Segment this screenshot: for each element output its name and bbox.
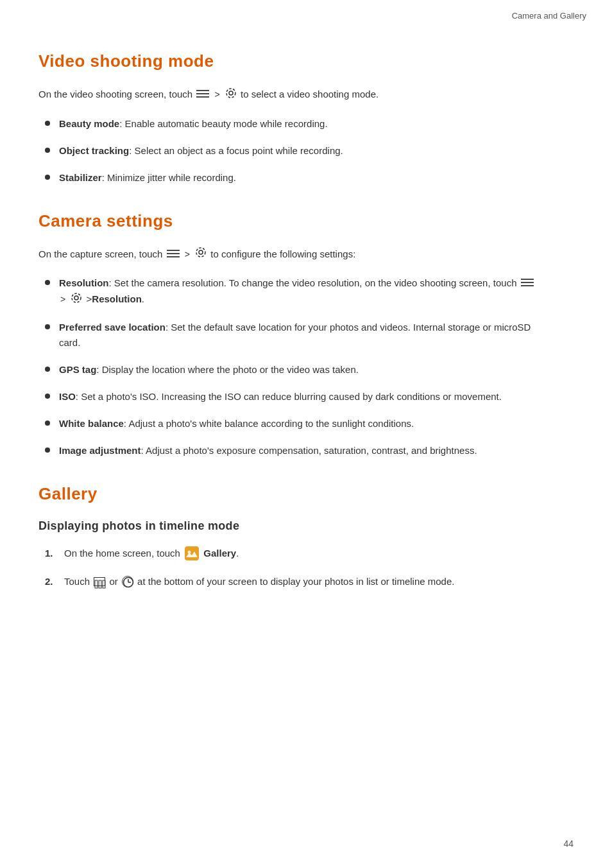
svg-rect-15 <box>185 546 199 560</box>
svg-point-4 <box>226 89 235 98</box>
bullet-dot <box>45 148 50 153</box>
menu-icon-3 <box>521 276 534 291</box>
svg-point-9 <box>196 248 205 257</box>
video-shooting-title: Video shooting mode <box>38 51 539 71</box>
bullet-beauty-mode: Beauty mode: Enable automatic beauty mod… <box>45 116 539 132</box>
term-white-balance: White balance <box>59 418 124 429</box>
menu-icon <box>196 87 209 103</box>
arrow-icon-2: > <box>185 247 190 261</box>
step-2: 2. Touch or <box>45 574 539 589</box>
bullet-dot <box>45 324 50 329</box>
svg-rect-18 <box>99 580 101 588</box>
video-shooting-bullets: Beauty mode: Enable automatic beauty mod… <box>45 116 539 186</box>
term-beauty-mode: Beauty mode <box>59 118 119 129</box>
video-shooting-section: Video shooting mode On the video shootin… <box>38 51 539 186</box>
camera-settings-title: Camera settings <box>38 211 539 231</box>
chapter-header: Camera and Gallery <box>512 11 586 21</box>
svg-point-3 <box>229 91 233 95</box>
bullet-dot <box>45 280 50 285</box>
video-shooting-intro: On the video shooting screen, touch > to… <box>38 87 539 103</box>
bullet-dot <box>45 121 50 126</box>
bullet-gps-tag: GPS tag: Display the location where the … <box>45 362 539 378</box>
bullet-preferred-save: Preferred save location: Set the default… <box>45 320 539 351</box>
timeline-view-icon <box>122 576 133 587</box>
bullet-dot <box>45 394 50 399</box>
term-iso: ISO <box>59 391 76 402</box>
bullet-object-tracking: Object tracking: Select an object as a f… <box>45 143 539 159</box>
svg-point-13 <box>74 296 78 300</box>
svg-point-14 <box>72 293 81 302</box>
settings-icon <box>225 87 237 103</box>
bullet-dot <box>45 447 50 453</box>
gallery-app-icon <box>185 546 199 560</box>
bullet-stabilizer: Stabilizer: Minimize jitter while record… <box>45 170 539 186</box>
step-2-number: 2. <box>45 574 58 589</box>
svg-rect-17 <box>95 580 98 588</box>
list-view-icon <box>94 577 105 586</box>
term-resolution: Resolution <box>59 277 109 288</box>
arrow-icon: > <box>215 87 220 101</box>
bullet-image-adjustment: Image adjustment: Adjust a photo's expos… <box>45 443 539 458</box>
step-1-number: 1. <box>45 546 58 561</box>
page-number: 44 <box>563 838 574 849</box>
settings-icon-3 <box>71 292 82 308</box>
camera-settings-intro: On the capture screen, touch > to config… <box>38 247 539 263</box>
displaying-photos-title: Displaying photos in timeline mode <box>38 519 539 533</box>
displaying-photos-subsection: Displaying photos in timeline mode 1. On… <box>38 519 539 589</box>
bullet-dot <box>45 367 50 372</box>
camera-settings-bullets: Resolution: Set the camera resolution. T… <box>45 275 539 458</box>
chapter-title: Camera and Gallery <box>512 11 586 21</box>
svg-rect-19 <box>103 580 105 588</box>
term-object-tracking: Object tracking <box>59 145 129 156</box>
step-1: 1. On the home screen, touch Gallery. <box>45 546 539 561</box>
bullet-iso: ISO: Set a photo's ISO. Increasing the I… <box>45 389 539 404</box>
gallery-title: Gallery <box>38 484 539 504</box>
svg-point-8 <box>199 250 203 254</box>
bullet-resolution: Resolution: Set the camera resolution. T… <box>45 275 539 308</box>
arrow-icon-3: > <box>60 292 65 306</box>
displaying-photos-steps: 1. On the home screen, touch Gallery. <box>45 546 539 589</box>
camera-settings-section: Camera settings On the capture screen, t… <box>38 211 539 458</box>
bullet-dot <box>45 175 50 180</box>
settings-icon-2 <box>195 247 207 263</box>
term-image-adjustment: Image adjustment <box>59 445 141 456</box>
term-preferred-save: Preferred save location <box>59 322 166 333</box>
term-stabilizer: Stabilizer <box>59 172 102 183</box>
bullet-dot <box>45 421 50 426</box>
menu-icon-2 <box>167 247 180 263</box>
gallery-section: Gallery Displaying photos in timeline mo… <box>38 484 539 589</box>
term-gps-tag: GPS tag <box>59 364 96 375</box>
bullet-white-balance: White balance: Adjust a photo's white ba… <box>45 416 539 431</box>
